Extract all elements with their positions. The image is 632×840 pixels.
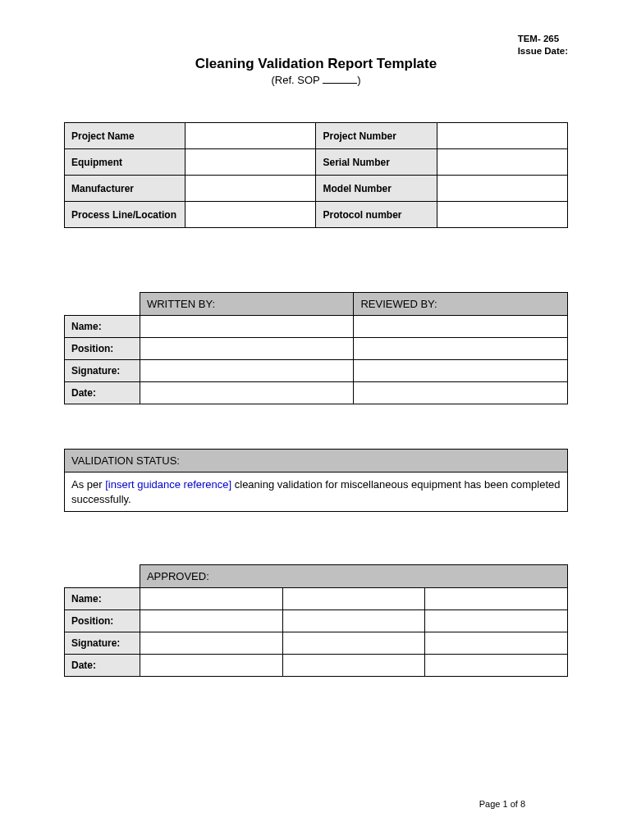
approved-position-2[interactable] bbox=[282, 610, 425, 632]
info-value-model-number[interactable] bbox=[437, 176, 567, 202]
issue-date-label: Issue Date: bbox=[518, 45, 568, 57]
table-row: As per [insert guidance reference] clean… bbox=[65, 472, 568, 512]
approved-date-3[interactable] bbox=[425, 655, 568, 677]
signoff-label-date: Date: bbox=[65, 382, 140, 404]
table-row: Equipment Serial Number bbox=[65, 149, 568, 176]
tem-number: TEM- 265 bbox=[518, 33, 568, 45]
written-position[interactable] bbox=[140, 338, 354, 360]
table-row: Project Name Project Number bbox=[65, 123, 568, 149]
table-row: APPROVED: bbox=[65, 565, 568, 588]
page-label: Page bbox=[479, 799, 503, 809]
signoff-table: WRITTEN BY: REVIEWED BY: Name: Position:… bbox=[64, 292, 568, 404]
approved-date-1[interactable] bbox=[140, 655, 282, 677]
signoff-label-signature: Signature: bbox=[65, 360, 140, 382]
approved-position-3[interactable] bbox=[425, 610, 568, 632]
reviewed-name[interactable] bbox=[354, 316, 568, 338]
approved-signature-2[interactable] bbox=[282, 632, 425, 655]
guidance-reference-placeholder[interactable]: [insert guidance reference] bbox=[105, 478, 231, 491]
document-title: Cleaning Validation Report Template bbox=[64, 56, 568, 72]
table-row: Process Line/Location Protocol number bbox=[65, 202, 568, 228]
approved-label-name: Name: bbox=[65, 588, 140, 610]
approved-corner bbox=[65, 565, 140, 588]
reviewed-signature[interactable] bbox=[354, 360, 568, 382]
page-total: 8 bbox=[520, 799, 525, 809]
reviewed-by-header: REVIEWED BY: bbox=[354, 293, 568, 316]
approved-name-3[interactable] bbox=[425, 588, 568, 610]
approved-table: APPROVED: Name: Position: Signature: Dat… bbox=[64, 564, 568, 677]
approved-name-2[interactable] bbox=[282, 588, 425, 610]
validation-status-body: As per [insert guidance reference] clean… bbox=[65, 472, 568, 512]
info-value-project-number[interactable] bbox=[437, 123, 567, 149]
approved-date-2[interactable] bbox=[282, 655, 425, 677]
sop-ref-blank[interactable] bbox=[323, 74, 357, 84]
info-value-serial-number[interactable] bbox=[437, 149, 567, 176]
info-label-protocol-number: Protocol number bbox=[316, 202, 437, 228]
info-label-model-number: Model Number bbox=[316, 176, 437, 202]
info-label-manufacturer: Manufacturer bbox=[65, 176, 185, 202]
page-footer: Page 1 of 8 bbox=[479, 799, 525, 809]
page-of: of bbox=[508, 799, 520, 809]
approved-signature-3[interactable] bbox=[425, 632, 568, 655]
reviewed-date[interactable] bbox=[354, 382, 568, 404]
approved-label-date: Date: bbox=[65, 655, 140, 677]
approved-signature-1[interactable] bbox=[140, 632, 282, 655]
info-value-equipment[interactable] bbox=[185, 149, 316, 176]
table-row: Name: bbox=[65, 588, 568, 610]
info-label-process-line: Process Line/Location bbox=[65, 202, 185, 228]
signoff-label-position: Position: bbox=[65, 338, 140, 360]
approved-header: APPROVED: bbox=[140, 565, 567, 588]
status-body-prefix: As per bbox=[71, 478, 105, 491]
approved-name-1[interactable] bbox=[140, 588, 282, 610]
signoff-label-name: Name: bbox=[65, 316, 140, 338]
table-row: Date: bbox=[65, 382, 568, 404]
table-row: Date: bbox=[65, 655, 568, 677]
info-label-project-number: Project Number bbox=[316, 123, 437, 149]
table-row: Manufacturer Model Number bbox=[65, 176, 568, 202]
info-label-project-name: Project Name bbox=[65, 123, 185, 149]
table-row: WRITTEN BY: REVIEWED BY: bbox=[65, 293, 568, 316]
document-header-right: TEM- 265 Issue Date: bbox=[518, 33, 568, 57]
table-row: Signature: bbox=[65, 360, 568, 382]
info-label-equipment: Equipment bbox=[65, 149, 185, 176]
reviewed-position[interactable] bbox=[354, 338, 568, 360]
written-name[interactable] bbox=[140, 316, 354, 338]
approved-label-signature: Signature: bbox=[65, 632, 140, 655]
info-value-manufacturer[interactable] bbox=[185, 176, 316, 202]
project-info-table: Project Name Project Number Equipment Se… bbox=[64, 122, 568, 228]
table-row: Signature: bbox=[65, 632, 568, 655]
approved-position-1[interactable] bbox=[140, 610, 282, 632]
table-row: Position: bbox=[65, 610, 568, 632]
table-row: Position: bbox=[65, 338, 568, 360]
info-value-protocol-number[interactable] bbox=[437, 202, 567, 228]
written-signature[interactable] bbox=[140, 360, 354, 382]
table-row: Name: bbox=[65, 316, 568, 338]
subtitle-suffix: ) bbox=[357, 74, 360, 86]
table-row: VALIDATION STATUS: bbox=[65, 450, 568, 472]
approved-label-position: Position: bbox=[65, 610, 140, 632]
info-value-project-name[interactable] bbox=[185, 123, 316, 149]
subtitle-prefix: (Ref. SOP bbox=[272, 74, 323, 86]
validation-status-header: VALIDATION STATUS: bbox=[65, 450, 568, 472]
written-date[interactable] bbox=[140, 382, 354, 404]
document-subtitle: (Ref. SOP ) bbox=[64, 74, 568, 86]
written-by-header: WRITTEN BY: bbox=[140, 293, 354, 316]
signoff-corner bbox=[65, 293, 140, 316]
info-value-process-line[interactable] bbox=[185, 202, 316, 228]
info-label-serial-number: Serial Number bbox=[316, 149, 437, 176]
validation-status-table: VALIDATION STATUS: As per [insert guidan… bbox=[64, 449, 568, 512]
title-block: Cleaning Validation Report Template (Ref… bbox=[64, 56, 568, 86]
